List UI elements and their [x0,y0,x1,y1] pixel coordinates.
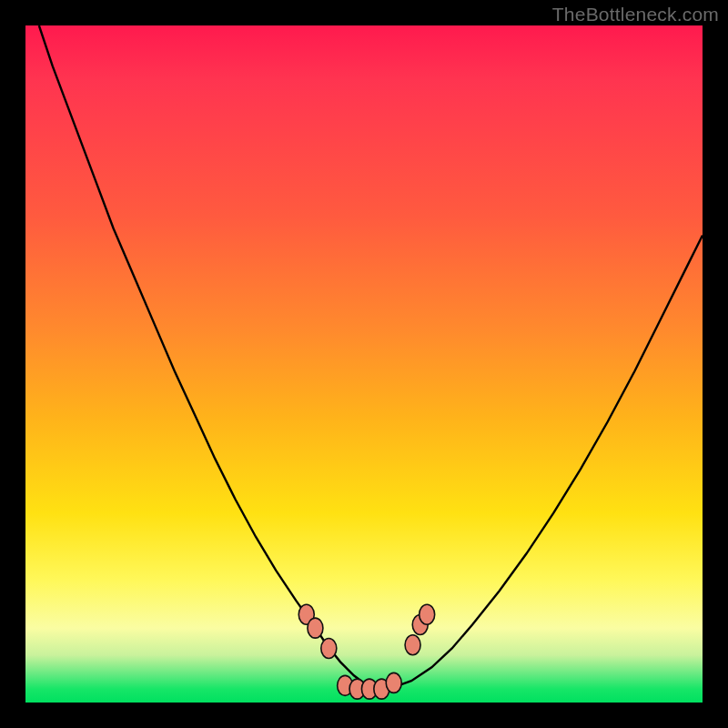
watermark-text: TheBottleneck.com [552,4,719,25]
curve-marker [308,618,323,638]
curve-marker [420,604,435,624]
curve-marker [386,672,401,693]
curve-marker [405,635,420,655]
curve-marker [321,638,337,658]
chart-frame: TheBottleneck.com [0,0,728,728]
plot-area [25,25,703,703]
bottleneck-curve [25,25,703,703]
curve-path [39,25,703,689]
curve-markers [298,604,434,699]
